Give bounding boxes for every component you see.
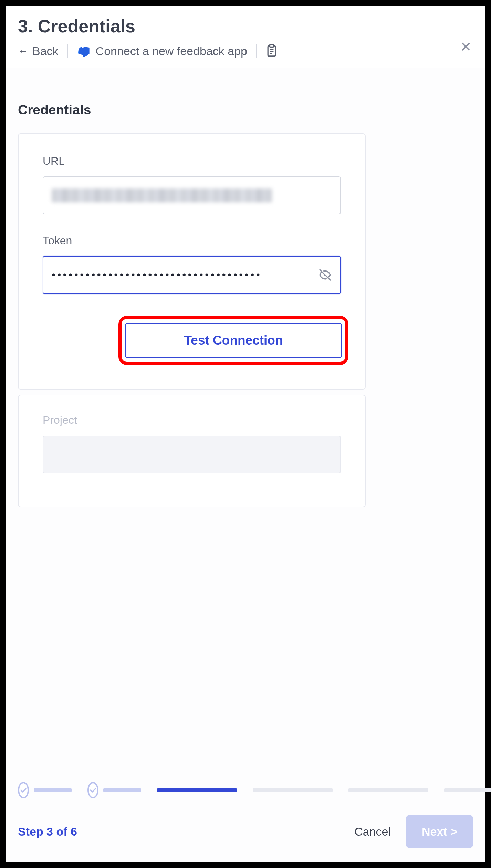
back-label: Back [32, 44, 59, 58]
project-input [43, 436, 341, 473]
step-1-complete-icon [18, 782, 29, 798]
test-connection-button[interactable]: Test Connection [125, 323, 342, 358]
eye-off-icon[interactable] [318, 268, 332, 282]
token-input[interactable]: ••••••••••••••••••••••••••••••••••••• [43, 256, 341, 294]
step-progress [18, 782, 473, 798]
arrow-left-icon: ← [18, 45, 28, 57]
test-connection-label: Test Connection [184, 333, 283, 348]
divider [256, 44, 257, 58]
next-button[interactable]: Next > [406, 815, 473, 848]
modal-footer: Step 3 of 6 Cancel Next > [6, 782, 485, 862]
url-input[interactable] [43, 176, 341, 214]
token-label: Token [43, 234, 341, 247]
section-heading: Credentials [18, 102, 473, 118]
modal-content: Credentials URL Token ••••••••••••••••••… [6, 68, 485, 782]
svg-rect-1 [270, 45, 274, 47]
token-masked-value: ••••••••••••••••••••••••••••••••••••• [52, 269, 332, 281]
redacted-value [52, 188, 272, 202]
devops-icon [77, 44, 90, 58]
cancel-button[interactable]: Cancel [354, 825, 391, 838]
footer-row: Step 3 of 6 Cancel Next > [18, 815, 473, 848]
divider [67, 44, 68, 58]
back-button[interactable]: ← Back [18, 44, 59, 58]
page-title: 3. Credentials [18, 16, 473, 37]
step-2-complete-icon [87, 782, 98, 798]
project-card: Project [18, 395, 366, 507]
modal-header: 3. Credentials ← Back Connect a new feed… [6, 6, 485, 68]
modal-window: 3. Credentials ← Back Connect a new feed… [6, 6, 485, 862]
project-label: Project [43, 414, 341, 427]
close-button[interactable]: ✕ [460, 40, 472, 54]
url-label: URL [43, 155, 341, 167]
step-bar [34, 788, 72, 792]
close-icon: ✕ [460, 39, 472, 54]
step-bar [253, 788, 333, 792]
footer-actions: Cancel Next > [354, 815, 473, 848]
step-bar [103, 788, 141, 792]
step-counter: Step 3 of 6 [18, 825, 77, 838]
annotation-highlight: Test Connection [118, 316, 348, 365]
step-bar [444, 788, 491, 792]
clipboard-icon [266, 44, 278, 58]
step-bar-current [157, 788, 237, 792]
step-bar [348, 788, 428, 792]
credentials-card: URL Token ••••••••••••••••••••••••••••••… [18, 133, 366, 390]
breadcrumb-app: Connect a new feedback app [77, 44, 247, 58]
breadcrumb-label: Connect a new feedback app [96, 44, 247, 58]
breadcrumb: ← Back Connect a new feedback app [18, 44, 473, 58]
